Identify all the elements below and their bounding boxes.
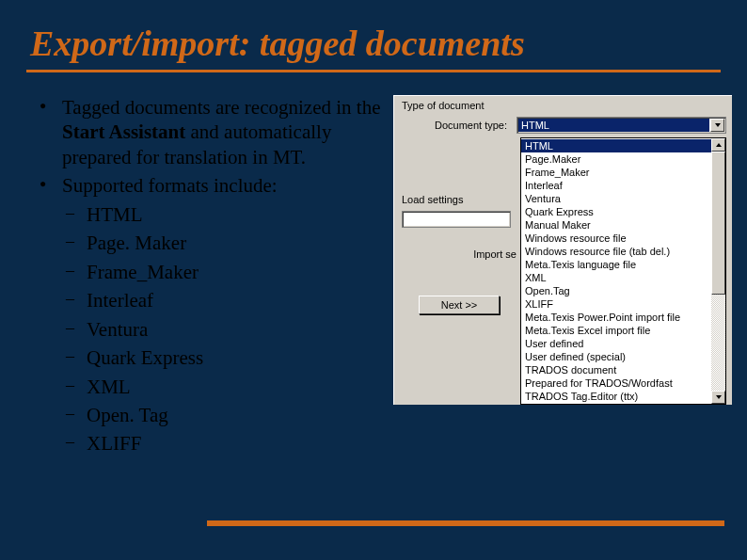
dropdown-item[interactable]: Windows resource file (tab del.): [521, 245, 725, 258]
bullet-1-pre: Tagged documents are recognized in the: [62, 96, 380, 119]
bullet-2-text: Supported formats include:: [62, 174, 278, 197]
format-item: Interleaf: [62, 288, 386, 312]
dropdown-item[interactable]: TRADOS Tag.Editor (ttx): [521, 390, 725, 403]
format-item: HTML: [62, 202, 386, 227]
doc-type-label: Document type:: [400, 120, 517, 131]
format-item: XML: [62, 375, 386, 399]
dropdown-item[interactable]: XML: [521, 271, 725, 284]
dropdown-item[interactable]: HTML: [521, 139, 725, 152]
dropdown-item[interactable]: Quark Express: [521, 205, 725, 218]
dropdown-item[interactable]: User defined: [521, 337, 725, 350]
bullet-1: Tagged documents are recognized in the S…: [38, 95, 386, 169]
bullet-2: Supported formats include: HTML Page. Ma…: [38, 173, 386, 456]
dialog-panel: Type of document Document type: HTML Loa…: [393, 95, 732, 405]
dropdown-item[interactable]: Meta.Texis language file: [521, 258, 725, 271]
dropdown-item[interactable]: Prepared for TRADOS/Wordfast: [521, 376, 725, 390]
doc-type-dropdown[interactable]: HTML Page.Maker Frame_Maker Interleaf Ve…: [520, 137, 726, 405]
dropdown-item[interactable]: Windows resource file: [521, 232, 725, 245]
dropdown-item[interactable]: Manual Maker: [521, 218, 725, 232]
dropdown-scrollbar[interactable]: [711, 138, 725, 404]
bullet-1-bold: Start Assistant: [62, 120, 185, 143]
dropdown-item[interactable]: Meta.Texis Power.Point import file: [521, 311, 725, 324]
dropdown-item[interactable]: Meta.Texis Excel import file: [521, 324, 725, 337]
slide-title: Export/import: tagged documents: [0, 0, 747, 70]
scroll-up-icon[interactable]: [711, 138, 725, 152]
dropdown-item[interactable]: User defined (special): [521, 350, 725, 363]
text-content: Tagged documents are recognized in the S…: [38, 95, 386, 460]
load-settings-label: Load settings: [402, 194, 513, 205]
format-item: Open. Tag: [62, 403, 386, 427]
format-item: Frame_Maker: [62, 260, 386, 284]
dropdown-item[interactable]: Frame_Maker: [521, 166, 725, 179]
scroll-track[interactable]: [711, 152, 725, 391]
next-button[interactable]: Next >>: [419, 296, 500, 314]
dropdown-item[interactable]: Open.Tag: [521, 284, 725, 297]
dropdown-item[interactable]: XLIFF: [521, 297, 725, 311]
dropdown-item[interactable]: TRADOS document: [521, 363, 725, 376]
chevron-down-icon[interactable]: [710, 119, 724, 132]
settings-path-input[interactable]: [402, 211, 511, 228]
footer-decoration: [151, 520, 724, 530]
scroll-thumb[interactable]: [711, 152, 725, 295]
dropdown-item[interactable]: Interleaf: [521, 179, 725, 192]
import-label: Import se: [394, 248, 520, 260]
dropdown-item[interactable]: Page.Maker: [521, 152, 725, 166]
format-item: Quark Express: [62, 345, 386, 370]
scroll-down-icon[interactable]: [711, 391, 725, 404]
format-item: XLIFF: [62, 431, 386, 456]
combo-selected-value: HTML: [518, 119, 709, 132]
doc-type-combo[interactable]: HTML: [517, 117, 726, 134]
dropdown-item[interactable]: Ventura: [521, 192, 725, 205]
group-label: Type of document: [394, 96, 732, 113]
format-item: Ventura: [62, 317, 386, 342]
format-item: Page. Maker: [62, 231, 386, 255]
